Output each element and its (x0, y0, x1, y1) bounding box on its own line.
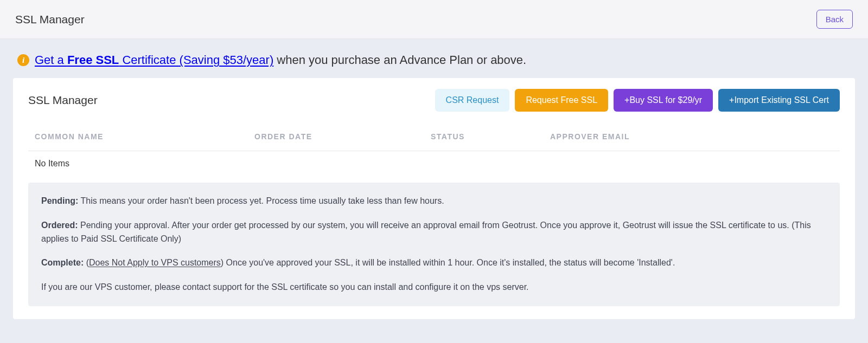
col-status: STATUS (431, 132, 550, 141)
col-order-date: ORDER DATE (254, 132, 431, 141)
help-ordered: Ordered: Pending your approval. After yo… (41, 219, 827, 246)
promo-banner: i Get a Free SSL Certificate (Saving $53… (13, 39, 855, 78)
complete-link[interactable]: Does Not Apply to VPS customers (89, 258, 221, 267)
promo-link[interactable]: Get a Free SSL Certificate (Saving $53/y… (35, 53, 273, 67)
help-vps: If you are our VPS customer, please cont… (41, 281, 827, 294)
import-ssl-button[interactable]: +Import Existing SSL Cert (718, 89, 840, 112)
promo-link-prefix: Get a (35, 53, 67, 67)
request-free-ssl-button[interactable]: Request Free SSL (515, 89, 608, 112)
card-title: SSL Manager (28, 94, 98, 107)
buy-ssl-button[interactable]: +Buy SSL for $29/yr (614, 89, 713, 112)
ordered-label: Ordered: (41, 221, 78, 230)
col-common-name: COMMON NAME (35, 132, 254, 141)
content: i Get a Free SSL Certificate (Saving $53… (0, 39, 868, 332)
card-header: SSL Manager CSR Request Request Free SSL… (28, 89, 840, 112)
promo-link-suffix: Certificate (Saving $53/year) (119, 53, 273, 67)
promo-text: Get a Free SSL Certificate (Saving $53/y… (35, 53, 526, 67)
back-button[interactable]: Back (816, 10, 853, 29)
ordered-text: Pending your approval. After your order … (41, 221, 811, 243)
info-icon: i (17, 54, 29, 66)
complete-text: ) Once you've approved your SSL, it will… (221, 258, 675, 267)
action-buttons: CSR Request Request Free SSL +Buy SSL fo… (435, 89, 840, 112)
col-approver-email: APPROVER EMAIL (550, 132, 833, 141)
top-bar: SSL Manager Back (0, 0, 868, 39)
help-complete: Complete: (Does Not Apply to VPS custome… (41, 256, 827, 270)
table-header: COMMON NAME ORDER DATE STATUS APPROVER E… (28, 127, 840, 151)
pending-text: This means your order hasn't been proces… (78, 196, 444, 205)
promo-link-bold: Free SSL (67, 53, 119, 67)
page-title: SSL Manager (15, 13, 85, 26)
status-help-box: Pending: This means your order hasn't be… (28, 183, 840, 306)
empty-state: No Items (28, 151, 840, 183)
complete-label: Complete: (41, 258, 84, 267)
csr-request-button[interactable]: CSR Request (435, 89, 510, 112)
promo-tail: when you purchase an Advance Plan or abo… (273, 53, 526, 67)
ssl-card: SSL Manager CSR Request Request Free SSL… (13, 78, 855, 319)
help-pending: Pending: This means your order hasn't be… (41, 195, 827, 208)
pending-label: Pending: (41, 196, 78, 205)
